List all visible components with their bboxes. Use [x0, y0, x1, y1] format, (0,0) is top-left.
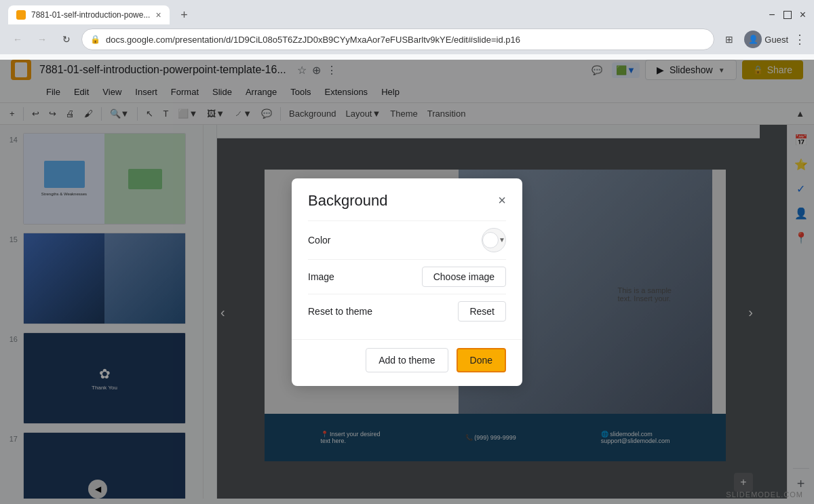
tab-title: 7881-01-self-introduction-powe... [31, 10, 150, 20]
reset-button[interactable]: Reset [458, 301, 506, 322]
dialog-header: Background × [292, 178, 522, 220]
browser-menu-button[interactable]: ⋮ [794, 32, 806, 47]
color-dot [482, 232, 499, 248]
address-bar[interactable]: 🔒 docs.google.com/presentation/d/1D9CiL0… [81, 28, 714, 50]
window-minimize-icon[interactable]: − [769, 9, 775, 21]
color-picker-button[interactable]: ▼ [482, 228, 506, 252]
forward-button[interactable]: → [33, 30, 52, 49]
dialog-image-row: Image Choose image [308, 259, 506, 294]
tab-close-icon[interactable]: × [155, 9, 161, 20]
back-button[interactable]: ← [8, 30, 27, 49]
extensions-button[interactable]: ⊞ [720, 30, 739, 49]
window-close-icon[interactable]: × [800, 9, 806, 21]
dialog-body: Color ▼ Image Choose image Reset to them… [292, 220, 522, 339]
dialog-color-row: Color ▼ [308, 220, 506, 259]
avatar: 👤 [744, 31, 762, 48]
browser-toolbar: ← → ↻ 🔒 docs.google.com/presentation/d/1… [0, 24, 814, 54]
modal-overlay[interactable]: Background × Color ▼ Image Choose image … [0, 60, 814, 504]
browser-titlebar: 7881-01-self-introduction-powe... × + − … [0, 0, 814, 24]
add-to-theme-button[interactable]: Add to theme [366, 348, 448, 372]
dialog-title: Background [308, 192, 387, 210]
background-dialog: Background × Color ▼ Image Choose image … [292, 178, 522, 386]
image-label: Image [308, 271, 334, 282]
choose-image-button[interactable]: Choose image [422, 267, 506, 287]
new-tab-button[interactable]: + [175, 5, 194, 24]
reset-label: Reset to theme [308, 306, 372, 317]
profile-label: Guest [764, 35, 788, 45]
color-label: Color [308, 235, 330, 246]
profile-button[interactable]: 👤 Guest [744, 31, 788, 48]
dialog-footer: Add to theme Done [292, 339, 522, 386]
lock-icon: 🔒 [90, 35, 100, 44]
reload-button[interactable]: ↻ [57, 30, 76, 49]
tab-favicon [16, 10, 26, 20]
done-button[interactable]: Done [457, 348, 506, 372]
color-dropdown-icon: ▼ [499, 236, 505, 244]
browser-tab[interactable]: 7881-01-self-introduction-powe... × [8, 5, 170, 24]
window-controls: − × [769, 9, 806, 21]
dialog-close-button[interactable]: × [498, 193, 506, 208]
dialog-reset-row: Reset to theme Reset [308, 294, 506, 328]
address-text: docs.google.com/presentation/d/1D9CiL08o… [106, 35, 705, 45]
window-maximize-icon[interactable] [783, 11, 792, 19]
watermark: SLIDEMODEL.COM [726, 490, 803, 499]
